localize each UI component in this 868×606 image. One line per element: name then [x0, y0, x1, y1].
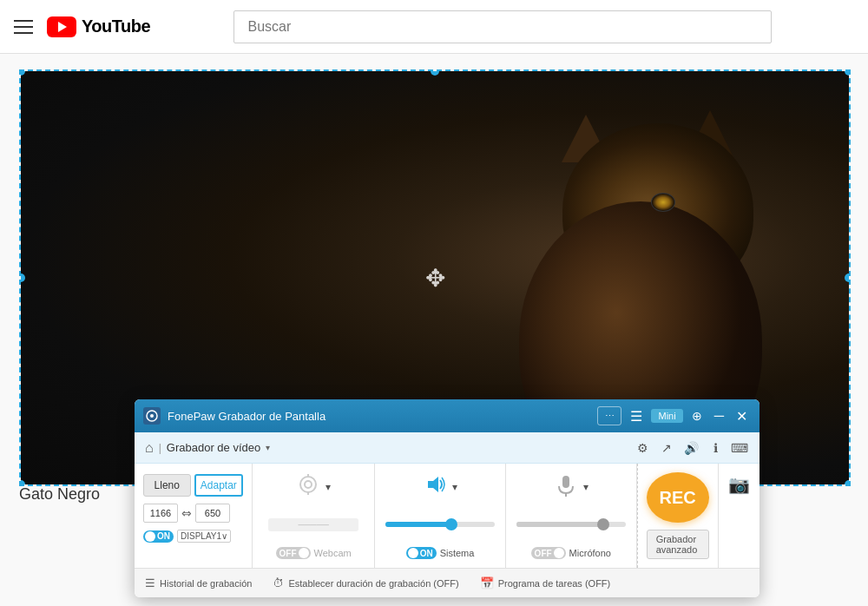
mic-off-label: OFF: [535, 549, 552, 558]
mic-slider-fill: [516, 522, 604, 527]
audio-bottom: ON Sistema: [406, 547, 475, 559]
mic-toggle-circle: [554, 548, 564, 558]
svg-marker-6: [428, 477, 438, 492]
audio-toggle-on[interactable]: ON: [406, 547, 437, 559]
mic-slider-thumb[interactable]: [597, 518, 609, 530]
nav-label[interactable]: Grabador de vídeo: [167, 441, 260, 454]
mini-button[interactable]: Mini: [651, 409, 682, 423]
screen-dimensions: ⇔: [143, 504, 243, 523]
screen-size-buttons: Lleno Adaptar: [143, 474, 243, 497]
chat-button[interactable]: ⋯: [597, 406, 621, 425]
webcam-dropdown[interactable]: ▾: [326, 481, 331, 493]
screen-section: Lleno Adaptar ⇔ ON DISPLAY1∨: [135, 464, 253, 568]
height-input[interactable]: [195, 504, 230, 523]
handle-top-right[interactable]: [845, 69, 851, 76]
mic-slider-container: [516, 522, 626, 527]
adapt-screen-button[interactable]: Adaptar: [194, 474, 244, 497]
camera-section: 📷: [718, 464, 760, 568]
audio-on-label: ON: [420, 549, 433, 558]
youtube-logo: YouTube: [47, 16, 150, 37]
nav-icons: ⚙ ↗ 🔊 ℹ ⌨: [633, 438, 749, 458]
audio-top: ▾: [423, 472, 457, 502]
mic-label: Micrófono: [569, 548, 611, 558]
panel-title: FonePaw Grabador de Pantalla: [168, 410, 590, 423]
audio-slider-thumb[interactable]: [445, 518, 457, 530]
audio-dropdown[interactable]: ▾: [452, 481, 457, 493]
volume-icon[interactable]: 🔊: [681, 438, 700, 458]
youtube-logo-icon: [47, 16, 76, 37]
svg-point-3: [305, 481, 312, 488]
search-input[interactable]: [233, 10, 772, 43]
hamburger-menu[interactable]: [14, 20, 33, 34]
screen-toggle-on[interactable]: ON: [143, 530, 174, 543]
recorder-panel: FonePaw Grabador de Pantalla ⋯ ☰ Mini ⊕ …: [135, 399, 760, 597]
dim-arrow: ⇔: [181, 506, 192, 520]
screenshot-icon[interactable]: 📷: [728, 474, 750, 495]
svg-point-2: [300, 477, 316, 492]
mic-toggle-off[interactable]: OFF: [531, 547, 566, 559]
scheduler-icon: 📅: [480, 576, 494, 590]
webcam-toggle-off[interactable]: OFF: [276, 547, 311, 559]
toggle-on-label: ON: [157, 531, 170, 541]
audio-label: Sistema: [440, 548, 475, 558]
export-icon[interactable]: ↗: [657, 438, 676, 458]
webcam-bottom: OFF Webcam: [276, 547, 352, 559]
mic-slider-track[interactable]: [516, 522, 626, 527]
handle-bot-right[interactable]: [845, 480, 851, 486]
toggle-circle: [145, 531, 155, 542]
audio-slider-container: [385, 522, 495, 527]
rec-button[interactable]: REC: [647, 472, 709, 523]
info-icon[interactable]: ℹ: [706, 438, 725, 458]
webcam-section: ▾ ───── OFF Webcam: [253, 464, 375, 568]
minimize-icon[interactable]: ─: [711, 408, 727, 424]
mic-dropdown[interactable]: ▾: [583, 481, 589, 493]
history-item[interactable]: ☰ Historial de grabación: [145, 576, 252, 590]
full-screen-button[interactable]: Lleno: [143, 474, 191, 497]
svg-rect-7: [562, 476, 569, 488]
webcam-icon: [296, 472, 320, 502]
keyboard-icon[interactable]: ⌨: [730, 438, 749, 458]
youtube-logo-text: YouTube: [82, 16, 150, 36]
webcam-off-label: OFF: [279, 549, 297, 558]
width-input[interactable]: [143, 504, 178, 523]
svg-point-1: [150, 414, 154, 418]
audio-toggle-circle: [408, 548, 418, 558]
advanced-recorder-button[interactable]: Grabador avanzado: [647, 530, 709, 559]
search-container: [233, 10, 772, 43]
screen-controls: ON DISPLAY1∨: [143, 530, 243, 543]
audio-slider-fill: [385, 522, 450, 527]
panel-navbar: ⌂ | Grabador de vídeo ▾ ⚙ ↗ 🔊 ℹ ⌨: [135, 432, 760, 464]
nav-separator: |: [159, 442, 161, 454]
panel-title-actions: ⋯ ☰ Mini ⊕ ─ ✕: [597, 406, 751, 425]
youtube-header: YouTube: [0, 0, 868, 54]
audio-section: ▾ ON Sistema: [375, 464, 506, 568]
pin-icon[interactable]: ⊕: [688, 409, 706, 423]
nav-dropdown-arrow[interactable]: ▾: [266, 443, 270, 452]
webcam-top: ▾: [296, 472, 331, 502]
mic-icon: [554, 472, 578, 502]
webcam-disabled-label: ─────: [268, 518, 358, 531]
duration-icon: ⏱: [273, 576, 284, 590]
menu-icon[interactable]: ☰: [627, 408, 646, 425]
display-label[interactable]: DISPLAY1∨: [177, 530, 231, 543]
duration-item[interactable]: ⏱ Establecer duración de grabación (OFF): [273, 576, 458, 590]
webcam-label: Webcam: [314, 548, 352, 558]
main-content: ✥ Gato Negro FonePaw Grabador de Pantall…: [0, 54, 868, 606]
mic-section: ▾ OFF Micrófono: [506, 464, 637, 568]
history-icon: ☰: [145, 576, 155, 590]
app-icon: [143, 407, 161, 425]
panel-titlebar: FonePaw Grabador de Pantalla ⋯ ☰ Mini ⊕ …: [135, 399, 760, 432]
nav-home-icon[interactable]: ⌂: [145, 440, 154, 456]
mic-bottom: OFF Micrófono: [531, 547, 611, 559]
toggle-circle-off: [299, 548, 309, 558]
panel-body: Lleno Adaptar ⇔ ON DISPLAY1∨: [135, 464, 760, 568]
history-label: Historial de grabación: [160, 578, 252, 589]
scheduler-item[interactable]: 📅 Programa de tareas (OFF): [480, 576, 611, 590]
cat-eye: [651, 193, 675, 212]
handle-mid-right[interactable]: [845, 273, 851, 282]
video-caption: Gato Negro: [19, 485, 100, 504]
close-icon[interactable]: ✕: [733, 408, 751, 425]
audio-slider-track[interactable]: [385, 522, 495, 527]
settings-icon[interactable]: ⚙: [633, 438, 652, 458]
duration-label: Establecer duración de grabación (OFF): [288, 578, 458, 589]
